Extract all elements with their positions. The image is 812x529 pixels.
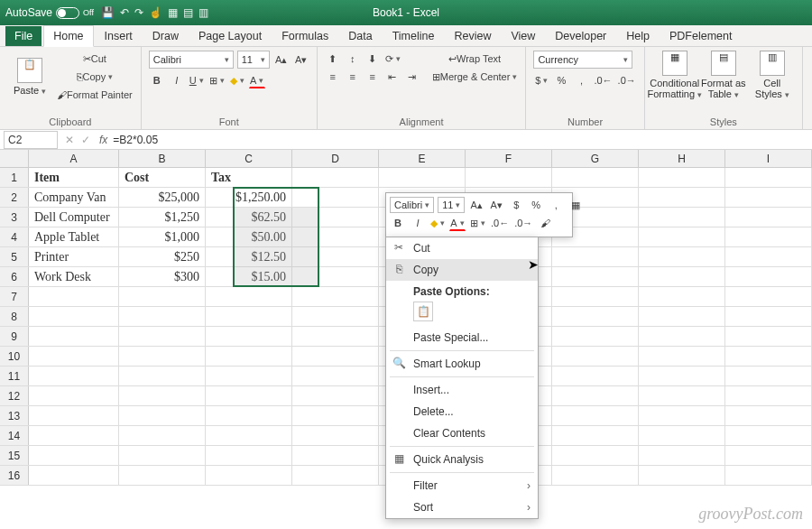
cell[interactable]: $1,250 [119,208,206,227]
cell[interactable] [552,307,639,326]
cell[interactable] [292,247,379,266]
cell[interactable] [119,307,206,326]
row-header[interactable]: 8 [0,307,29,326]
cell[interactable] [292,327,379,346]
cell[interactable] [206,367,292,385]
row-header[interactable]: 2 [0,188,29,207]
cell[interactable] [292,168,379,187]
cell[interactable] [725,347,812,366]
tab-pdfelement[interactable]: PDFelement [660,26,741,46]
mini-comma-icon[interactable]: , [548,197,564,213]
cell[interactable] [552,426,639,445]
cell[interactable] [552,367,639,385]
cell[interactable] [206,386,292,405]
autosave-toggle[interactable]: AutoSave Off [5,6,94,19]
ctx-smart-lookup[interactable]: 🔍Smart Lookup [386,353,538,375]
cell[interactable] [119,287,206,306]
cell[interactable]: Company Van [29,188,119,207]
percent-icon[interactable]: % [553,72,569,88]
cell[interactable] [292,446,379,465]
cell[interactable] [552,406,639,425]
align-middle-icon[interactable]: ↕ [345,51,361,67]
font-select[interactable]: Calibri [149,51,234,69]
cell[interactable] [639,267,725,286]
col-header[interactable]: C [206,150,292,167]
cell[interactable] [552,446,639,465]
mini-size-select[interactable]: 11 [438,197,465,213]
col-header[interactable]: F [466,150,552,167]
cell[interactable] [206,446,292,465]
cell[interactable] [29,327,119,346]
cell[interactable] [725,188,812,207]
underline-button[interactable]: U [189,72,205,88]
qat-icon[interactable]: ▥ [198,6,208,19]
row-header[interactable]: 6 [0,267,29,286]
cell[interactable] [552,267,639,286]
mini-currency-icon[interactable]: $ [508,197,524,213]
row-header[interactable]: 11 [0,367,29,385]
cell[interactable]: $1,000 [119,227,206,246]
cell[interactable] [639,446,725,465]
fx-icon[interactable]: fx [94,134,113,146]
tab-file[interactable]: File [5,26,42,46]
row-header[interactable]: 13 [0,406,29,425]
tab-formulas[interactable]: Formulas [272,26,337,46]
cell[interactable] [725,168,812,187]
format-table-button[interactable]: ▤Format as Table [701,51,746,99]
ctx-delete[interactable]: Delete... [386,401,538,422]
copy-button[interactable]: ⎘ Copy [56,69,134,85]
cell[interactable] [292,307,379,326]
cell[interactable] [119,367,206,385]
cell[interactable] [292,227,379,246]
cell[interactable] [29,287,119,306]
cell[interactable] [725,426,812,445]
cell[interactable] [725,466,812,485]
cell[interactable] [379,168,466,187]
undo-icon[interactable]: ↶ [120,6,129,19]
cell[interactable] [725,267,812,286]
mini-dec-decimal-icon[interactable]: .0← [490,215,510,231]
col-header[interactable]: G [552,150,639,167]
cell[interactable] [29,367,119,385]
merge-center-button[interactable]: ⊞ Merge & Center [431,69,519,85]
ctx-cut[interactable]: ✂Cut [386,237,538,259]
redo-icon[interactable]: ↷ [134,6,143,19]
cell[interactable] [725,386,812,405]
cell[interactable] [206,307,292,326]
cell[interactable] [639,307,725,326]
mini-inc-font-icon[interactable]: A▴ [468,197,484,213]
cell[interactable] [725,208,812,227]
touch-icon[interactable]: ☝ [149,6,162,19]
cell[interactable] [29,406,119,425]
increase-font-icon[interactable]: A▴ [273,51,290,68]
cell[interactable] [292,367,379,385]
mini-italic-icon[interactable]: I [410,215,426,231]
row-header[interactable]: 12 [0,386,29,405]
bold-button[interactable]: B [149,72,165,88]
tab-review[interactable]: Review [445,26,500,46]
align-right-icon[interactable]: ≡ [364,69,381,85]
tab-data[interactable]: Data [339,26,381,46]
cell[interactable] [292,188,379,207]
mini-font-color-icon[interactable]: A [449,215,466,231]
cell[interactable] [552,327,639,346]
italic-button[interactable]: I [169,72,185,88]
cell[interactable]: Tax [206,168,292,187]
cell[interactable] [119,386,206,405]
cell[interactable] [639,347,725,366]
mini-dec-font-icon[interactable]: A▾ [488,197,504,213]
paste-option-button[interactable]: 📋 [413,302,433,321]
ctx-paste-special[interactable]: Paste Special... [386,327,538,348]
cell[interactable] [725,367,812,385]
mini-fill-icon[interactable]: ◆ [429,215,446,231]
cell[interactable] [119,426,206,445]
cell[interactable] [639,168,725,187]
cell[interactable] [552,347,639,366]
cell[interactable] [725,247,812,266]
cell[interactable] [552,466,639,485]
mini-table-icon[interactable]: ▦ [567,197,584,213]
cell[interactable] [725,327,812,346]
cell[interactable]: $50.00 [206,227,292,246]
paste-button[interactable]: 📋 Paste [7,58,52,96]
cell[interactable]: Dell Computer [29,208,119,227]
